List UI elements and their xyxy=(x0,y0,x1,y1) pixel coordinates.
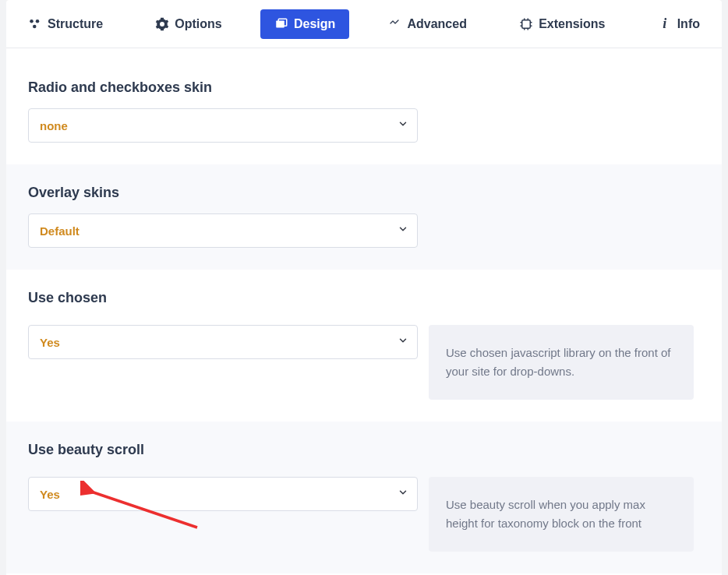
design-icon xyxy=(274,17,288,31)
tab-label: Options xyxy=(175,17,221,31)
tab-extensions[interactable]: Extensions xyxy=(505,9,619,39)
select-value: Default xyxy=(40,224,80,238)
extensions-icon xyxy=(519,17,533,31)
settings-panel: Structure Options Design Advanced Extens… xyxy=(6,0,722,575)
tab-label: Info xyxy=(677,17,700,31)
svg-rect-5 xyxy=(522,19,531,28)
select-use-chosen[interactable]: Yes xyxy=(28,325,418,359)
help-text: Use chosen javascript library on the fro… xyxy=(429,325,694,400)
structure-icon xyxy=(28,17,42,31)
field-use-beauty-scroll: Use beauty scroll Yes Use beauty scroll … xyxy=(6,422,722,573)
select-overlay-skins[interactable]: Default xyxy=(28,213,418,248)
select-value: none xyxy=(40,119,68,132)
tab-options[interactable]: Options xyxy=(141,9,235,39)
help-text: Use beauty scroll when you apply max hei… xyxy=(429,477,694,552)
svg-rect-3 xyxy=(276,20,284,27)
field-label: Radio and checkboxes skin xyxy=(28,79,700,96)
svg-point-1 xyxy=(36,19,40,23)
tab-structure[interactable]: Structure xyxy=(14,9,117,39)
gear-icon xyxy=(155,17,169,31)
field-label: Use chosen xyxy=(28,290,700,306)
tab-bar: Structure Options Design Advanced Extens… xyxy=(6,0,722,48)
field-radio-skin: Radio and checkboxes skin none xyxy=(6,48,722,164)
tab-advanced[interactable]: Advanced xyxy=(373,9,480,39)
select-radio-skin[interactable]: none xyxy=(28,108,418,143)
field-use-chosen: Use chosen Yes Use chosen javascript lib… xyxy=(6,270,722,422)
svg-point-0 xyxy=(30,19,34,23)
tab-design[interactable]: Design xyxy=(260,9,349,39)
select-value: Yes xyxy=(40,488,60,501)
tab-label: Design xyxy=(294,17,335,31)
field-overlay-skins: Overlay skins Default xyxy=(6,164,722,270)
tab-label: Advanced xyxy=(407,17,466,31)
design-content: Radio and checkboxes skin none Overlay s… xyxy=(6,48,722,575)
tab-info[interactable]: i Info xyxy=(644,9,714,39)
field-label: Overlay skins xyxy=(28,185,700,201)
info-icon: i xyxy=(658,17,672,31)
tab-label: Extensions xyxy=(539,17,605,31)
select-use-beauty[interactable]: Yes xyxy=(28,477,418,511)
select-value: Yes xyxy=(40,336,60,349)
tab-label: Structure xyxy=(48,17,103,31)
field-label: Use beauty scroll xyxy=(28,442,700,458)
advanced-icon xyxy=(387,17,401,31)
svg-point-2 xyxy=(33,24,37,28)
